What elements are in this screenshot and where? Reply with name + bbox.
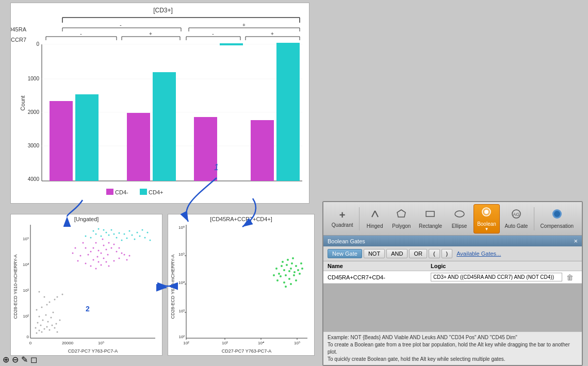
svg-point-117 <box>80 255 81 257</box>
svg-rect-51 <box>140 189 147 195</box>
polygon-button[interactable]: Polygon <box>389 207 414 230</box>
svg-text:10³: 10³ <box>178 309 185 313</box>
panel-table-header: Name Logic <box>323 261 582 271</box>
svg-rect-45 <box>194 117 217 181</box>
svg-point-76 <box>52 325 53 326</box>
compensation-label: Compensation <box>541 223 574 229</box>
svg-point-105 <box>107 254 109 256</box>
svg-point-78 <box>56 323 57 325</box>
logic-input[interactable] <box>431 273 562 281</box>
svg-text:+: + <box>242 22 246 28</box>
svg-point-189 <box>292 257 294 259</box>
quadrant-button[interactable]: + Quadrant <box>329 208 356 229</box>
available-gates-link[interactable]: Available Gates... <box>456 251 501 257</box>
panel-title-bar: Boolean Gates × <box>323 236 582 246</box>
svg-point-144 <box>121 240 123 241</box>
svg-point-181 <box>288 270 290 272</box>
svg-text:CD27-PC7 Y763-PC7-A: CD27-PC7 Y763-PC7-A <box>68 348 118 354</box>
boolean-label: Boolean <box>477 221 496 227</box>
svg-line-203 <box>372 211 375 217</box>
svg-point-69 <box>41 331 43 333</box>
svg-point-149 <box>134 239 136 240</box>
close-paren-button[interactable]: ) <box>442 249 453 258</box>
svg-point-197 <box>273 274 275 276</box>
svg-point-183 <box>285 274 287 276</box>
ellipse-button[interactable]: Ellipse <box>447 207 472 230</box>
svg-point-150 <box>137 232 138 234</box>
svg-rect-46 <box>220 43 243 45</box>
svg-point-110 <box>103 258 105 259</box>
bottom-icon-2[interactable]: ⊖ <box>12 355 19 364</box>
rectangle-button[interactable]: Rectangle <box>416 207 445 230</box>
and-button[interactable]: AND <box>386 249 407 258</box>
svg-point-115 <box>121 253 123 254</box>
delete-button[interactable]: 🗑 <box>562 273 578 281</box>
hinged-button[interactable]: Hinged <box>363 207 387 230</box>
svg-rect-206 <box>426 211 434 217</box>
svg-point-91 <box>62 294 63 295</box>
svg-point-112 <box>88 254 89 256</box>
rectangle-label: Rectangle <box>419 223 442 229</box>
or-button[interactable]: OR <box>409 249 427 258</box>
hinged-icon <box>369 208 381 222</box>
svg-point-75 <box>47 321 49 323</box>
autogate-button[interactable]: AG Auto Gate <box>501 207 531 230</box>
svg-point-93 <box>39 291 40 293</box>
svg-point-184 <box>290 268 292 270</box>
panel-title: Boolean Gates <box>328 238 365 244</box>
svg-text:10³: 10³ <box>23 288 29 293</box>
bottom-toolbar: ⊕ ⊖ ✎ ◻ <box>3 355 37 364</box>
svg-point-96 <box>103 245 105 246</box>
svg-text:0: 0 <box>29 341 32 345</box>
svg-text:10⁵: 10⁵ <box>294 341 300 345</box>
svg-point-98 <box>106 249 107 251</box>
svg-point-130 <box>75 247 76 249</box>
open-paren-button[interactable]: ( <box>429 249 440 258</box>
svg-text:10⁵: 10⁵ <box>98 341 104 345</box>
svg-point-68 <box>40 325 42 326</box>
svg-point-148 <box>132 235 133 236</box>
new-gate-button[interactable]: New Gate <box>328 249 362 258</box>
svg-point-92 <box>44 296 45 298</box>
svg-marker-205 <box>397 210 405 217</box>
svg-point-191 <box>276 279 279 281</box>
footer-line2: To create a Boolean gate from a tree plo… <box>328 341 578 356</box>
svg-point-90 <box>57 296 58 298</box>
panel-close-button[interactable]: × <box>574 237 578 245</box>
logic-header: Logic <box>431 263 562 269</box>
svg-point-136 <box>98 228 100 230</box>
svg-point-71 <box>46 326 48 328</box>
svg-text:0: 0 <box>36 41 39 47</box>
boolean-panel: + Quadrant Hinged Poly <box>322 201 583 366</box>
svg-rect-43 <box>127 113 150 181</box>
svg-point-97 <box>101 253 102 254</box>
svg-text:CD45RA: CD45RA <box>11 26 27 32</box>
svg-point-126 <box>124 254 125 256</box>
svg-line-204 <box>375 211 378 217</box>
svg-text:10⁴: 10⁴ <box>178 280 185 285</box>
bottom-icon-1[interactable]: ⊕ <box>3 355 9 364</box>
svg-point-74 <box>42 320 44 321</box>
svg-point-190 <box>295 265 297 267</box>
svg-point-188 <box>287 259 289 261</box>
bottom-icon-4[interactable]: ◻ <box>30 355 37 364</box>
svg-text:10⁵: 10⁵ <box>23 237 29 241</box>
svg-text:1000: 1000 <box>28 76 40 81</box>
svg-point-95 <box>98 250 100 252</box>
svg-point-195 <box>297 269 299 271</box>
autogate-icon: AG <box>511 208 522 222</box>
not-button[interactable]: NOT <box>364 249 385 258</box>
compensation-button[interactable]: Compensation <box>537 207 577 230</box>
bottom-icon-3[interactable]: ✎ <box>21 355 28 364</box>
svg-text:CD4-: CD4- <box>115 189 128 195</box>
svg-rect-48 <box>276 43 300 181</box>
svg-point-128 <box>129 255 130 257</box>
svg-rect-44 <box>153 72 176 181</box>
boolean-button[interactable]: Boolean ▼ <box>473 204 500 234</box>
scatter-right: [CD45RA+CCR7+CD4+] CD28-ECD Y610-mCHERRY… <box>168 214 315 356</box>
svg-point-129 <box>72 253 74 254</box>
quadrant-icon: + <box>339 209 346 221</box>
svg-point-100 <box>95 242 97 244</box>
svg-point-80 <box>59 320 61 321</box>
svg-point-152 <box>142 229 143 231</box>
